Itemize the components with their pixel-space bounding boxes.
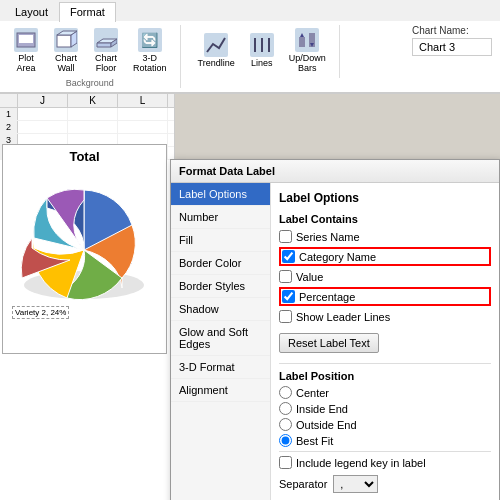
- tab-layout[interactable]: Layout: [4, 2, 59, 21]
- 3d-rotation-button[interactable]: 🔄 3-DRotation: [128, 25, 172, 76]
- tab-format[interactable]: Format: [59, 2, 116, 22]
- chart-floor-button[interactable]: ChartFloor: [88, 25, 124, 76]
- outside-end-radio[interactable]: [279, 418, 292, 431]
- label-contains-heading: Label Contains: [279, 213, 491, 225]
- ss-corner: [0, 94, 18, 107]
- inside-end-radio[interactable]: [279, 402, 292, 415]
- inside-end-row: Inside End: [279, 402, 491, 415]
- best-fit-radio[interactable]: [279, 434, 292, 447]
- include-legend-row: Include legend key in label: [279, 456, 491, 469]
- include-legend-label: Include legend key in label: [296, 457, 426, 469]
- chart-title: Total: [3, 145, 166, 168]
- nav-number[interactable]: Number: [171, 206, 270, 229]
- divider-1: [279, 363, 491, 364]
- lines-label: Lines: [251, 58, 273, 68]
- lines-icon: [250, 33, 274, 57]
- category-name-checkbox[interactable]: [282, 250, 295, 263]
- include-legend-checkbox[interactable]: [279, 456, 292, 469]
- chart-name-label: Chart Name:: [412, 25, 492, 36]
- series-name-checkbox[interactable]: [279, 230, 292, 243]
- separator-row: Separator , ; .: [279, 475, 491, 493]
- percentage-label: Percentage: [299, 291, 355, 303]
- percentage-row: Percentage: [279, 287, 491, 306]
- separator-label: Separator: [279, 478, 327, 490]
- ribbon-tabs: Layout Format: [0, 0, 500, 21]
- reset-label-text-button[interactable]: Reset Label Text: [279, 333, 379, 353]
- dialog-body: Label Options Number Fill Border Color B…: [171, 183, 499, 500]
- nav-fill[interactable]: Fill: [171, 229, 270, 252]
- updown-bars-label: Up/DownBars: [289, 53, 326, 73]
- chart-container: Total: [2, 144, 167, 354]
- nav-label-options[interactable]: Label Options: [171, 183, 270, 206]
- chart-wall-label: ChartWall: [55, 53, 77, 73]
- ss-col-l: L: [118, 94, 168, 107]
- category-name-label: Category Name: [299, 251, 376, 263]
- dialog-panel: Label Options Label Contains Series Name…: [271, 183, 499, 500]
- ribbon-group-background-items: PlotArea ChartWall ChartFloor 🔄 3-D: [8, 25, 172, 76]
- updown-bars-button[interactable]: Up/DownBars: [284, 25, 331, 76]
- ss-col-k: K: [68, 94, 118, 107]
- show-leader-lines-checkbox[interactable]: [279, 310, 292, 323]
- svg-rect-12: [299, 37, 305, 47]
- value-label: Value: [296, 271, 323, 283]
- ribbon-group-analysis-items: Trendline Lines Up/DownBars: [193, 25, 331, 76]
- 3d-rotation-label: 3-DRotation: [133, 53, 167, 73]
- category-name-row: Category Name: [279, 247, 491, 266]
- svg-rect-2: [19, 43, 33, 45]
- plot-area-icon: [14, 28, 38, 52]
- chart-floor-label: ChartFloor: [95, 53, 117, 73]
- svg-rect-3: [57, 35, 71, 47]
- outside-end-row: Outside End: [279, 418, 491, 431]
- value-checkbox[interactable]: [279, 270, 292, 283]
- trendline-button[interactable]: Trendline: [193, 30, 240, 71]
- inside-end-label: Inside End: [296, 403, 348, 415]
- main-area: J K L 1 2 3 4 Total: [0, 94, 500, 500]
- nav-border-styles[interactable]: Border Styles: [171, 275, 270, 298]
- label-position-heading: Label Position: [279, 370, 491, 382]
- ribbon-group-analysis: Trendline Lines Up/DownBars: [193, 25, 340, 78]
- chart-wall-icon: [54, 28, 78, 52]
- nav-3d-format[interactable]: 3-D Format: [171, 356, 270, 379]
- percentage-checkbox[interactable]: [282, 290, 295, 303]
- value-row: Value: [279, 269, 491, 284]
- outside-end-label: Outside End: [296, 419, 357, 431]
- nav-glow-soft-edges[interactable]: Glow and Soft Edges: [171, 321, 270, 356]
- trendline-icon: [204, 33, 228, 57]
- ribbon-content: PlotArea ChartWall ChartFloor 🔄 3-D: [0, 21, 500, 93]
- variety-label: Variety 2, 24%: [12, 306, 69, 319]
- series-name-row: Series Name: [279, 229, 491, 244]
- pie-area: Variety 2, 24%: [3, 168, 166, 328]
- svg-marker-14: [300, 33, 304, 37]
- plot-area-label: PlotArea: [16, 53, 35, 73]
- show-leader-lines-row: Show Leader Lines: [279, 309, 491, 324]
- nav-shadow[interactable]: Shadow: [171, 298, 270, 321]
- center-radio[interactable]: [279, 386, 292, 399]
- divider-2: [279, 451, 491, 452]
- series-name-label: Series Name: [296, 231, 360, 243]
- best-fit-row: Best Fit: [279, 434, 491, 447]
- spreadsheet-area: J K L 1 2 3 4 Total: [0, 94, 175, 500]
- plot-area-button[interactable]: PlotArea: [8, 25, 44, 76]
- table-row: 2: [0, 121, 174, 134]
- 3d-rotation-icon: 🔄: [138, 28, 162, 52]
- best-fit-label: Best Fit: [296, 435, 333, 447]
- panel-title: Label Options: [279, 191, 491, 205]
- lines-button[interactable]: Lines: [244, 30, 280, 71]
- dialog-title: Format Data Label: [171, 160, 499, 183]
- trendline-label: Trendline: [198, 58, 235, 68]
- ss-col-j: J: [18, 94, 68, 107]
- separator-select[interactable]: , ; .: [333, 475, 378, 493]
- show-leader-lines-label: Show Leader Lines: [296, 311, 390, 323]
- chart-name-input[interactable]: [412, 38, 492, 56]
- ribbon-group-background: PlotArea ChartWall ChartFloor 🔄 3-D: [8, 25, 181, 88]
- updown-bars-icon: [295, 28, 319, 52]
- format-data-label-dialog: Format Data Label Label Options Number F…: [170, 159, 500, 500]
- ss-col-headers: J K L: [0, 94, 174, 108]
- center-row: Center: [279, 386, 491, 399]
- table-row: 1: [0, 108, 174, 121]
- dialog-nav: Label Options Number Fill Border Color B…: [171, 183, 271, 500]
- ribbon: Layout Format PlotArea ChartWall: [0, 0, 500, 94]
- nav-alignment[interactable]: Alignment: [171, 379, 270, 402]
- chart-wall-button[interactable]: ChartWall: [48, 25, 84, 76]
- nav-border-color[interactable]: Border Color: [171, 252, 270, 275]
